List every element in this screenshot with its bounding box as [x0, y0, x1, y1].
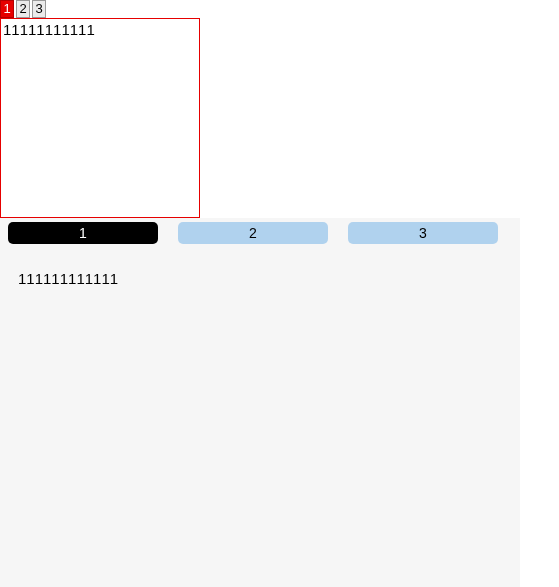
tabset-b-tablist: 1 2 3	[0, 218, 520, 244]
tabset-a-tab-1[interactable]: 1	[0, 0, 14, 18]
tabset-a-tab-2[interactable]: 2	[16, 0, 30, 18]
tabset-b-tab-1[interactable]: 1	[8, 222, 158, 244]
tabset-b-tab-3[interactable]: 3	[348, 222, 498, 244]
tabset-a-panel: 11111111111	[0, 18, 200, 218]
tabset-b: 1 2 3 111111111111	[0, 218, 520, 587]
tabset-b-panel: 111111111111	[0, 244, 520, 313]
tabset-b-tab-2[interactable]: 2	[178, 222, 328, 244]
tabset-a-tab-3[interactable]: 3	[32, 0, 46, 18]
tabset-a-tablist: 1 2 3	[0, 0, 559, 18]
